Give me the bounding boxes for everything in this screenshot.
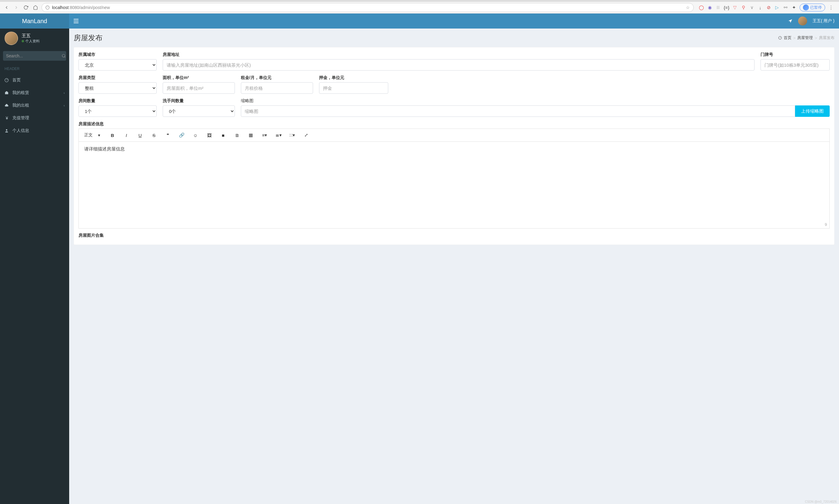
label-area: 面积，单位m² [163, 75, 235, 80]
svg-line-7 [65, 57, 66, 58]
nav-header: HEADER [0, 64, 69, 74]
field-baths: 洗手间数量 0个 [163, 98, 235, 117]
ext-adblock-icon[interactable]: ◯ [699, 5, 704, 10]
ext-link-icon[interactable]: ⚯ [783, 5, 788, 10]
input-address[interactable] [163, 59, 754, 71]
label-baths: 洗手间数量 [163, 98, 235, 104]
underline-icon[interactable]: U [136, 131, 144, 139]
home-button[interactable] [32, 4, 39, 11]
table-icon[interactable]: ▦ [247, 131, 255, 139]
location-icon[interactable] [788, 19, 793, 23]
label-city: 所属城市 [79, 52, 157, 57]
header-user-label[interactable]: 王五( 用户 ) [812, 18, 835, 24]
file-icon[interactable]: 🗎 [233, 131, 241, 139]
chevron-left-icon: ‹ [64, 91, 65, 95]
svg-point-6 [62, 54, 65, 57]
emoji-icon[interactable]: ☺ [191, 131, 199, 139]
address-bar[interactable]: localhost:8080/admin/post/new ☆ [41, 3, 694, 12]
editor-toolbar: 正文 ▾ B I U S ❝ 🔗 ☺ 🖼 ■ 🗎 ▦ ≡▾ ≣▾ ∷ [79, 129, 830, 142]
select-baths[interactable]: 0个 [163, 105, 235, 117]
input-door[interactable] [760, 59, 830, 71]
link-icon[interactable]: 🔗 [178, 131, 186, 139]
list-bullet-icon[interactable]: ∷▾ [288, 131, 296, 139]
input-area[interactable] [163, 82, 235, 94]
input-thumb[interactable] [241, 105, 795, 117]
svg-rect-3 [74, 19, 79, 19]
breadcrumb-sep: > [815, 36, 817, 40]
input-rent[interactable] [241, 82, 313, 94]
dashboard-icon [778, 36, 782, 40]
label-gallery: 房屋图片合集 [79, 233, 830, 238]
sidebar-item-home[interactable]: 首页 [0, 74, 69, 87]
user-avatar[interactable] [4, 32, 18, 45]
header-avatar[interactable] [798, 17, 807, 25]
sidebar-item-my-lease[interactable]: 我的出租 ‹ [0, 99, 69, 112]
style-select[interactable]: 正文 ▾ [82, 131, 103, 139]
select-city[interactable]: 北京 [79, 59, 157, 71]
sidebar-item-profile[interactable]: 个人信息 [0, 124, 69, 137]
sidebar: 王五 个人资料 HEADER 首页 我的租赁 ‹ [0, 29, 69, 504]
style-label: 正文 [84, 132, 92, 138]
quote-icon[interactable]: ❝ [164, 131, 172, 139]
input-deposit[interactable] [319, 82, 388, 94]
brand-text: ManLand [22, 18, 47, 25]
ext-braces-icon[interactable]: {=} [724, 5, 729, 10]
sidebar-item-recharge[interactable]: ¥ 充值管理 [0, 112, 69, 124]
italic-icon[interactable]: I [122, 131, 130, 139]
sidebar-item-label: 我的出租 [12, 103, 29, 108]
sidebar-item-label: 我的租赁 [12, 90, 29, 95]
ext-download-icon[interactable]: ↓ [757, 5, 763, 10]
menu-icon[interactable]: ⋮ [828, 5, 834, 10]
forward-button[interactable] [13, 4, 20, 11]
ext-shield-icon[interactable]: ▽ [732, 5, 738, 10]
ext-play-icon[interactable]: ▷ [774, 5, 780, 10]
select-rooms[interactable]: 1个 [79, 105, 157, 117]
logo[interactable]: ManLand [0, 14, 69, 29]
user-sub-label: 个人资料 [25, 39, 40, 44]
ext-dots-icon[interactable]: ⁝⁝ [715, 5, 721, 10]
breadcrumb-home[interactable]: 首页 [784, 35, 791, 40]
list-ordered-icon[interactable]: ≣▾ [275, 131, 282, 139]
reload-button[interactable] [22, 4, 30, 11]
chevron-down-icon: ▾ [98, 133, 100, 138]
header-bar: 王五( 用户 ) [69, 14, 839, 29]
upload-thumb-button[interactable]: 上传缩略图 [795, 105, 830, 117]
browser-toolbar: localhost:8080/admin/post/new ☆ ◯ ◉ ⁝⁝ {… [0, 2, 839, 13]
select-type[interactable]: 整租 [79, 82, 157, 94]
field-address: 房屋地址 [163, 52, 754, 71]
ext-bug-icon[interactable]: ⚲ [741, 5, 746, 10]
ext-puzzle-icon[interactable]: ✦ [791, 5, 797, 10]
align-icon[interactable]: ≡▾ [261, 131, 269, 139]
url-host: localhost [52, 5, 69, 10]
status-dot-icon [22, 40, 24, 42]
sidebar-item-label: 个人信息 [12, 128, 29, 133]
search-input[interactable] [3, 51, 62, 61]
breadcrumb-current: 房屋发布 [819, 35, 835, 40]
editor-body[interactable]: 请详细描述房屋信息 9 [79, 142, 830, 229]
strike-icon[interactable]: S [150, 131, 158, 139]
extension-icons: ◯ ◉ ⁝⁝ {=} ▽ ⚲ ∨ ↓ ⊘ ▷ ⚯ ✦ 已暂停 ⋮ [696, 4, 836, 12]
sidebar-item-my-rent[interactable]: 我的租赁 ‹ [0, 87, 69, 99]
hamburger-icon[interactable] [74, 19, 79, 23]
ext-flash-icon[interactable]: ⊘ [766, 5, 771, 10]
bold-icon[interactable]: B [108, 131, 116, 139]
field-rooms: 房间数量 1个 [79, 98, 157, 117]
search-button[interactable] [62, 51, 66, 61]
star-icon[interactable]: ☆ [686, 5, 690, 10]
sidebar-item-label: 充值管理 [12, 115, 29, 121]
field-city: 所属城市 北京 [79, 52, 157, 71]
search-form [3, 51, 66, 61]
video-icon[interactable]: ■ [219, 131, 227, 139]
label-rooms: 房间数量 [79, 98, 157, 104]
back-button[interactable] [3, 4, 10, 11]
breadcrumb-mid[interactable]: 房屋管理 [797, 35, 813, 40]
label-thumb: 缩略图 [241, 98, 830, 104]
fullscreen-icon[interactable]: ⤢ [302, 131, 310, 139]
ext-purple-icon[interactable]: ◉ [707, 5, 713, 10]
pause-badge[interactable]: 已暂停 [800, 4, 825, 12]
field-door: 门牌号 [760, 52, 830, 71]
label-type: 房屋类型 [79, 75, 157, 80]
image-icon[interactable]: 🖼 [205, 131, 213, 139]
ext-v-icon[interactable]: ∨ [749, 5, 754, 10]
user-status[interactable]: 个人资料 [22, 39, 40, 44]
